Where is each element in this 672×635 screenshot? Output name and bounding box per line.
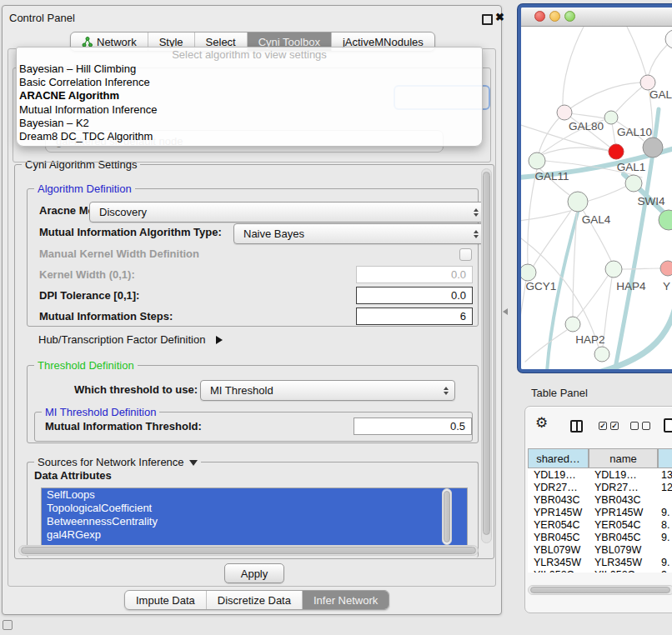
data-attributes-list[interactable]: SelfLoopsTopologicalCoefficientBetweenne… [41,488,468,548]
mi-threshold-field[interactable]: 0.5 [354,418,472,435]
attribute-list-item[interactable]: BetweennessCentrality [42,515,467,528]
kernel-width-field[interactable]: 0.0 [356,266,473,283]
network-node[interactable] [660,261,672,276]
settings-vertical-scrollbar[interactable] [481,168,492,543]
network-node[interactable] [568,192,588,212]
table-row[interactable]: YLR345WYLR345W9. [528,556,672,568]
network-node[interactable] [605,261,622,278]
attributes-list-scrollbar[interactable] [442,488,452,545]
apply-button[interactable]: Apply [224,563,284,583]
sources-group-title[interactable]: Sources for Network Inference [34,456,201,468]
stepper-arrows-icon[interactable] [474,208,479,217]
network-node[interactable] [625,175,642,192]
network-edge[interactable] [577,276,608,318]
column-header-label: shared… [536,452,580,465]
network-node[interactable] [529,152,545,169]
attribute-list-item[interactable]: TopologicalCoefficient [42,502,467,515]
algorithm-dropdown-popup: Select algorithm to view settings Bayesi… [16,47,483,147]
network-node[interactable] [557,105,572,120]
which-threshold-combo[interactable]: MI Threshold [200,380,455,401]
expander-arrow-icon [216,336,223,344]
table-row[interactable]: YBR045CYBR045C9. [528,531,672,543]
kernel-width-value: 0.0 [451,268,466,281]
select-all-checked-icon[interactable]: ✓ [599,422,607,430]
stepper-arrows-icon[interactable] [474,230,479,238]
close-panel-icon[interactable]: ✖ [495,11,504,23]
minimize-window-icon[interactable] [549,11,560,22]
table-cell: 13 [658,469,672,481]
table-row[interactable]: YBR043CYBR043C [528,493,672,506]
minimized-panel-icon[interactable] [3,620,13,630]
select-all-checked-icon[interactable]: ✓ [610,422,619,430]
network-edge[interactable] [649,45,667,75]
settings-vertical-scrollbar-thumb[interactable] [483,172,490,535]
tab-impute-data[interactable]: Impute Data [125,591,207,609]
deselect-all-icon[interactable] [630,422,639,430]
attributes-list-scrollbar-thumb[interactable] [444,491,450,542]
aracne-mode-combo[interactable]: Discovery [89,202,485,222]
export-table-icon[interactable] [664,418,672,432]
settings-horizontal-scrollbar-thumb[interactable] [21,547,476,554]
network-node[interactable] [594,347,609,362]
algorithm-option[interactable]: Bayesian – Hill Climbing [17,62,482,76]
network-edge[interactable] [521,211,570,221]
settings-horizontal-scrollbar[interactable] [18,545,479,556]
network-edge[interactable] [627,27,646,75]
float-panel-icon[interactable] [482,14,493,25]
table-row[interactable]: YDR27…YDR27…12 [528,481,672,493]
hub-definition-expander[interactable]: Hub/Transcription Factor Definition [38,333,223,346]
table-settings-gear-icon[interactable]: ⚙ [535,416,548,430]
split-pane-collapse-icon[interactable] [503,308,508,315]
algorithm-option[interactable]: Mutual Information Inference [17,103,482,117]
sources-group: Sources for Network Inference Data Attri… [27,462,479,558]
network-node[interactable] [604,111,618,124]
dpi-tolerance-field[interactable]: 0.0 [356,287,473,304]
column-header-name[interactable]: name [589,448,658,468]
network-edge[interactable] [563,27,584,106]
table-row[interactable]: YER054CYER054C8. [528,518,672,531]
network-edge[interactable] [586,186,627,202]
network-edge[interactable] [525,330,567,362]
table-row[interactable]: YIL052CYIL052C9 [528,568,672,572]
stepper-arrows-icon[interactable] [444,387,449,395]
network-node[interactable] [521,264,536,281]
deselect-all-icon[interactable] [642,422,650,430]
column-header-shared-name[interactable]: shared… [528,448,589,468]
network-edge[interactable] [539,148,609,156]
table-row[interactable]: YDL19…YDL19…13 [528,468,672,481]
mi-algorithm-type-combo[interactable]: Naive Bayes [233,223,485,244]
table-horizontal-scrollbar[interactable] [528,585,672,595]
table-panel-title: Table Panel [531,387,588,399]
table-row[interactable]: YPR145WYPR145W9. [528,506,672,518]
network-edge-highlighted[interactable] [599,308,672,370]
manual-kernel-width-checkbox[interactable] [459,248,472,261]
column-header-partial[interactable] [658,448,672,468]
algorithm-option[interactable]: Dream8 DC_TDC Algorithm [17,130,482,143]
zoom-window-icon[interactable] [564,11,575,22]
algorithm-option[interactable]: ARACNE Algorithm [17,89,482,102]
network-edge[interactable] [564,82,648,112]
network-node[interactable] [565,317,580,332]
network-node-label: Y [663,280,670,292]
network-node[interactable] [643,138,663,158]
cyni-algorithm-settings-group: Cyni Algorithm Settings Algorithm Defini… [14,164,494,559]
attribute-list-item[interactable]: SelfLoops [42,488,467,502]
table-row[interactable]: YBL079WYBL079W [528,543,672,556]
network-node-label: GCY1 [526,280,557,292]
network-edge[interactable] [622,268,660,269]
network-node[interactable] [609,144,624,159]
column-selector-icon[interactable] [570,420,583,432]
table-horizontal-scrollbar-thumb[interactable] [530,587,670,593]
tab-infer-network[interactable]: Infer Network [303,591,389,609]
mi-steps-field[interactable]: 6 [356,308,473,325]
algorithm-option[interactable]: Basic Correlation Inference [17,76,482,89]
tab-discretize-data[interactable]: Discretize Data [207,591,303,609]
network-canvas[interactable]: GALGAL80GAL10GAL1GAL11SWI4GAL4GCY1HAP4YH… [521,27,672,370]
tab-impute-data-label: Impute Data [136,594,195,607]
network-node-label: GAL1 [617,161,646,173]
close-window-icon[interactable] [534,11,545,22]
network-view-window[interactable]: GALGAL80GAL10GAL1GAL11SWI4GAL4GCY1HAP4YH… [518,4,672,372]
algorithm-option[interactable]: Bayesian – K2 [17,117,482,130]
attribute-list-item[interactable]: gal4RGexp [42,528,467,542]
network-window-titlebar[interactable] [521,8,672,27]
